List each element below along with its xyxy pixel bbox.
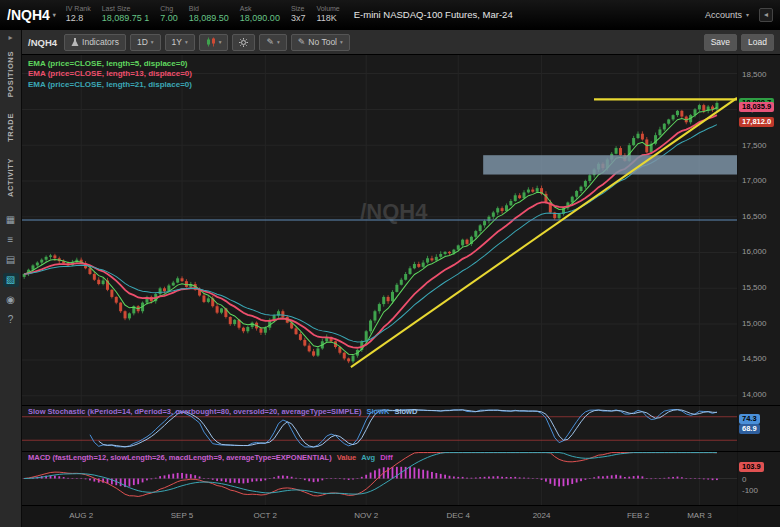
flask-icon: [71, 38, 79, 47]
expand-sidebar-icon[interactable]: ▸: [8, 30, 12, 43]
load-button[interactable]: Load: [741, 34, 774, 51]
indicators-button[interactable]: Indicators: [64, 34, 126, 51]
symbol-title[interactable]: /NQH4 ▾: [7, 7, 56, 23]
accounts-label: Accounts: [705, 10, 742, 20]
calculator-icon[interactable]: ▦: [3, 213, 19, 227]
quote-field-ask: Ask18,090.00: [240, 5, 280, 23]
left-sidebar: ▸ POSITIONSTRADEACTIVITY ▦≡▤▧◉?: [0, 30, 22, 527]
ema-study-label-2[interactable]: EMA (price=CLOSE, length=21, displace=0): [28, 80, 192, 90]
caret-down-icon: ▾: [151, 39, 154, 45]
study-legend: EMA (price=CLOSE, length=5, displace=0)E…: [28, 59, 192, 90]
chart-symbol-label: /NQH4: [28, 37, 57, 48]
chart-type-dropdown[interactable]: ▾: [199, 34, 229, 51]
sidebar-tab-trade[interactable]: TRADE: [6, 105, 15, 150]
price-tick: 17,500: [742, 141, 766, 150]
caret-down-icon: ▾: [277, 39, 280, 45]
price-plot[interactable]: /NQH4 EMA (price=CLOSE, length=5, displa…: [22, 55, 737, 405]
macd-label[interactable]: MACD (fastLength=12, slowLength=26, macd…: [28, 453, 393, 462]
ema-study-label-0[interactable]: EMA (price=CLOSE, length=5, displace=0): [28, 59, 192, 69]
quote-field-bid: Bid18,089.50: [189, 5, 229, 23]
quote-header: /NQH4 ▾ IV Rank12.8Last Size18,089.75 1C…: [0, 0, 780, 30]
trading-app: /NQH4 ▾ IV Rank12.8Last Size18,089.75 1C…: [0, 0, 780, 527]
scanner-icon[interactable]: ▤: [3, 253, 19, 267]
quote-field-iv-rank: IV Rank12.8: [66, 5, 91, 23]
macd-panel: MACD (fastLength=12, slowLength=26, macd…: [22, 451, 780, 505]
price-axis[interactable]: 18,50018,00017,50017,00016,50016,00015,5…: [737, 55, 780, 405]
caret-down-icon: ▾: [746, 11, 749, 18]
active-tool-label: No Tool: [308, 37, 337, 47]
price-tick: 16,500: [742, 212, 766, 221]
drawing-tools-dropdown[interactable]: ✎ ▾: [259, 34, 286, 51]
price-tick: 18,500: [742, 70, 766, 79]
stochastic-label[interactable]: Slow Stochastic (kPeriod=14, dPeriod=3, …: [28, 407, 417, 416]
macd-axis: 0-100103.9: [737, 452, 780, 505]
aggregation-value: 1D: [137, 37, 148, 47]
stochastic-plot[interactable]: Slow Stochastic (kPeriod=14, dPeriod=3, …: [22, 406, 737, 451]
quote-field-last-size: Last Size18,089.75 1: [102, 5, 150, 23]
macd-bubble: 103.9: [739, 462, 764, 472]
candlestick-chart-icon: [206, 37, 216, 47]
quote-field-chg: Chg7.00: [160, 5, 178, 23]
price-tick: 17,000: [742, 176, 766, 185]
chart-toolbar: /NQH4 Indicators 1D ▾ 1Y ▾: [22, 30, 780, 55]
price-tick: 14,000: [742, 390, 766, 399]
watchlist-icon[interactable]: ≡: [3, 233, 19, 247]
stoch-bubble: 74.3: [739, 414, 760, 424]
sidebar-tab-positions[interactable]: POSITIONS: [6, 43, 15, 105]
caret-down-icon: ▾: [340, 39, 343, 45]
symbol-text: /NQH4: [7, 7, 50, 23]
pencil-icon: ✎: [298, 37, 306, 47]
macd-plot[interactable]: MACD (fastLength=12, slowLength=26, macd…: [22, 452, 737, 505]
quote-field-volume: Volume118K: [316, 5, 339, 23]
time-axis-label: MAR 3: [687, 511, 711, 520]
gear-icon: [239, 38, 248, 47]
chart-area: /NQH4 EMA (price=CLOSE, length=5, displa…: [22, 55, 780, 527]
time-axis-label: NOV 2: [354, 511, 378, 520]
time-axis-label: OCT 2: [254, 511, 277, 520]
price-bubble: 18,035.9: [739, 102, 774, 112]
chart-settings-button[interactable]: [232, 34, 255, 51]
time-axis-label: AUG 2: [69, 511, 93, 520]
price-bubble: 17,812.0: [739, 117, 774, 127]
caret-down-icon: ▾: [185, 39, 188, 45]
price-tick: 15,500: [742, 283, 766, 292]
ema-study-label-1[interactable]: EMA (price=CLOSE, length=13, displace=0): [28, 69, 192, 79]
contract-title: E-mini NASDAQ-100 Futures, Mar-24: [354, 9, 513, 20]
stochastic-panel: Slow Stochastic (kPeriod=14, dPeriod=3, …: [22, 405, 780, 451]
quote-field-size: Size3x7: [291, 5, 306, 23]
sidebar-tab-activity[interactable]: ACTIVITY: [6, 150, 15, 205]
time-axis-label: SEP 5: [171, 511, 194, 520]
quote-fields: IV Rank12.8Last Size18,089.75 1Chg7.00Bi…: [66, 5, 340, 23]
collapse-header-button[interactable]: ◂: [759, 8, 773, 22]
community-icon[interactable]: ◉: [3, 293, 19, 307]
time-axis-corner: [737, 506, 780, 527]
save-button[interactable]: Save: [704, 34, 737, 51]
pencil-icon: ✎: [266, 37, 274, 47]
stochastic-axis: 50.074.368.9: [737, 406, 780, 451]
price-tick: 14,500: [742, 354, 766, 363]
macd-tick: -100: [742, 486, 758, 495]
indicators-label: Indicators: [82, 37, 119, 47]
time-axis-label: 2024: [533, 511, 551, 520]
macd-tick: 0: [742, 475, 746, 484]
range-value: 1Y: [172, 37, 182, 47]
main-chart-panel: /NQH4 EMA (price=CLOSE, length=5, displa…: [22, 55, 780, 405]
caret-down-icon: ▾: [219, 39, 222, 45]
accounts-dropdown[interactable]: Accounts ▾: [705, 10, 749, 20]
caret-down-icon: ▾: [53, 11, 56, 18]
price-tick: 15,000: [742, 319, 766, 328]
aggregation-dropdown[interactable]: 1D ▾: [130, 34, 161, 51]
time-axis-label: DEC 4: [446, 511, 470, 520]
stoch-bubble: 68.9: [739, 424, 760, 434]
time-axis: AUG 2SEP 5OCT 2NOV 2DEC 42024FEB 2MAR 3: [22, 505, 780, 527]
help-icon[interactable]: ?: [3, 313, 19, 327]
time-labels[interactable]: AUG 2SEP 5OCT 2NOV 2DEC 42024FEB 2MAR 3: [22, 506, 737, 527]
time-axis-label: FEB 2: [627, 511, 649, 520]
active-tool-dropdown[interactable]: ✎ No Tool ▾: [291, 34, 350, 51]
charts-icon[interactable]: ▧: [3, 273, 19, 287]
chart-watermark: /NQH4: [360, 199, 428, 224]
range-dropdown[interactable]: 1Y ▾: [165, 34, 195, 51]
price-tick: 16,000: [742, 247, 766, 256]
